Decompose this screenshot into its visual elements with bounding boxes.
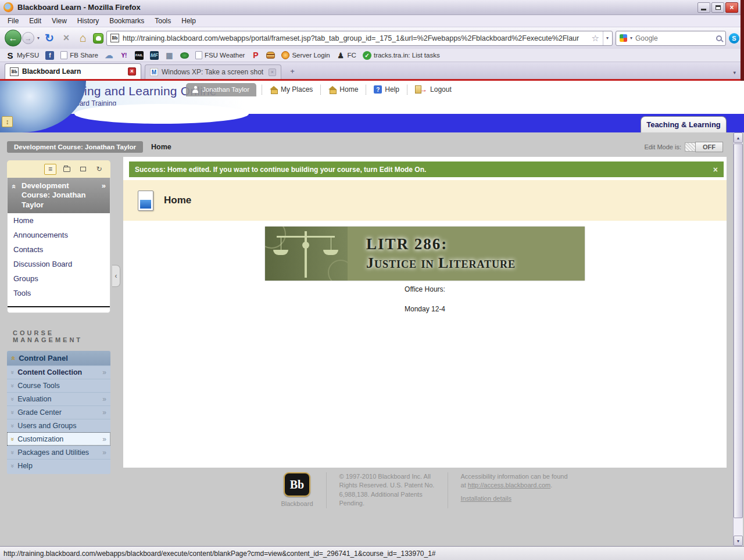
footer-accessibility: Accessibility information can be found a… — [448, 472, 582, 503]
logout-link[interactable]: → Logout — [413, 85, 454, 94]
help-link[interactable]: ? Help — [371, 85, 402, 94]
url-dropdown-icon[interactable]: ▾ — [603, 31, 609, 45]
bookmark-image[interactable]: ▦ — [165, 51, 174, 60]
expand-right-icon[interactable]: » — [102, 435, 106, 443]
home-button[interactable]: ⌂ — [76, 31, 90, 45]
scrollbar-thumb[interactable] — [734, 143, 743, 518]
refresh-icon[interactable]: ↻ — [93, 164, 105, 175]
popup-view-icon[interactable] — [77, 164, 89, 175]
collapse-header-button[interactable]: ↕ — [2, 116, 13, 127]
search-input[interactable] — [635, 34, 713, 42]
accessibility-link[interactable]: http://access.blackboard.com — [468, 482, 550, 489]
back-button[interactable]: ← — [5, 30, 22, 46]
dismiss-alert-icon[interactable]: × — [713, 165, 718, 174]
tab-list-dropdown-icon[interactable]: ▾ — [733, 70, 736, 76]
refresh-button[interactable]: ↻ — [42, 31, 56, 45]
bookmark-server-login[interactable]: Server Login — [281, 51, 330, 59]
menu-history[interactable]: History — [72, 16, 104, 26]
bookmark-mf[interactable]: MF — [150, 51, 159, 60]
expand-right-icon[interactable]: » — [102, 368, 106, 376]
stop-button[interactable]: × — [59, 32, 73, 44]
course-sidebar: ≡ ↻ « Development Course: Jonathan Taylo… — [7, 160, 110, 474]
search-engine-dropdown-icon[interactable]: ▾ — [630, 35, 632, 41]
menu-view[interactable]: View — [46, 16, 72, 26]
blackboard-logo: Bb — [284, 472, 310, 497]
cp-item-course-tools[interactable]: » Course Tools — [7, 379, 110, 392]
p-logo-icon: P — [251, 51, 260, 60]
cp-item-users-and-groups[interactable]: » Users and Groups — [7, 419, 110, 432]
bookmark-burger[interactable] — [266, 52, 275, 59]
close-button[interactable]: × — [725, 2, 738, 13]
user-tab[interactable]: Jonathan Taylor — [186, 83, 256, 96]
forward-button[interactable]: → — [22, 32, 34, 44]
cp-item-packages-and-utilities[interactable]: » Packages and Utilities » — [7, 446, 110, 459]
sidebar-item-groups[interactable]: Groups — [8, 271, 110, 286]
sidebar-item-discussion-board[interactable]: Discussion Board — [8, 257, 110, 271]
vertical-scrollbar[interactable]: ▲ ▼ — [733, 132, 743, 546]
installation-details-link[interactable]: Installation details — [461, 494, 512, 503]
minimize-button[interactable] — [698, 2, 710, 13]
tab-close-icon[interactable]: × — [128, 67, 136, 76]
bookmark-yahoo[interactable]: Y! — [120, 51, 128, 60]
sidebar-item-contacts[interactable]: Contacts — [8, 242, 110, 257]
menu-edit[interactable]: Edit — [24, 16, 46, 26]
expand-right-icon[interactable]: » — [102, 448, 106, 457]
cp-item-customization[interactable]: » Customization » — [7, 432, 110, 446]
bookmark-tracks[interactable]: ✓tracks.tra.in: List tasks — [363, 51, 440, 60]
tab-blackboard-learn[interactable]: Bb Blackboard Learn × — [5, 63, 141, 79]
football-icon — [180, 52, 189, 59]
tab-teaching-learning[interactable]: Teaching & Learning — [641, 116, 727, 132]
bookmark-fb-share[interactable]: FB Share — [60, 51, 98, 59]
footer-logo-block: Bb Blackboard — [268, 472, 326, 507]
folder-view-icon[interactable] — [60, 164, 73, 175]
menu-tools[interactable]: Tools — [149, 16, 176, 26]
person-figure-icon: ♟ — [337, 51, 345, 60]
bookmark-fc[interactable]: ♟FC — [337, 51, 356, 60]
bookmark-fsu-weather[interactable]: FSU Weather — [195, 51, 245, 59]
bookmark-football[interactable] — [180, 52, 189, 59]
menu-help[interactable]: Help — [176, 16, 201, 26]
list-view-icon[interactable]: ≡ — [44, 164, 56, 175]
cp-item-evaluation[interactable]: » Evaluation » — [7, 392, 110, 405]
menu-bookmarks[interactable]: Bookmarks — [104, 16, 149, 26]
search-box[interactable]: ▾ — [616, 31, 726, 46]
breadcrumb-course[interactable]: Development Course: Jonathan Taylor — [7, 141, 143, 153]
url-bar[interactable]: Bb ☆ ▾ — [106, 31, 613, 46]
tab-windows-xp-screenshot[interactable]: M Windows XP: Take a screen shot × — [145, 64, 281, 79]
expand-right-icon[interactable]: » — [102, 408, 106, 417]
url-input[interactable] — [123, 34, 588, 42]
restore-button[interactable] — [711, 2, 724, 13]
scroll-up-icon[interactable]: ▲ — [734, 132, 743, 143]
bookmark-star-icon[interactable]: ☆ — [592, 33, 599, 44]
control-panel-header[interactable]: « Control Panel — [7, 351, 110, 365]
edit-mode-toggle[interactable]: OFF — [695, 142, 723, 152]
page-area: Development Course: Jonathan Taylor Home… — [0, 132, 744, 546]
sidebar-item-home[interactable]: Home — [8, 213, 110, 228]
bookmark-p[interactable]: P — [251, 51, 260, 60]
collapse-up-icon[interactable]: « — [9, 185, 18, 189]
bookmark-myfsu[interactable]: SMyFSU — [6, 51, 39, 60]
cp-item-content-collection[interactable]: » Content Collection » — [7, 365, 110, 379]
sidebar-item-tools[interactable]: Tools — [8, 286, 110, 300]
sidebar-item-announcements[interactable]: Announcements — [8, 228, 110, 242]
evernote-icon[interactable] — [93, 33, 103, 44]
home-link[interactable]: Home — [326, 85, 360, 94]
bookmark-facebook[interactable]: f — [45, 51, 54, 60]
menu-file[interactable]: File — [2, 16, 24, 26]
cp-item-grade-center[interactable]: » Grade Center » — [7, 405, 110, 419]
tab-close-icon[interactable]: × — [269, 69, 276, 76]
new-tab-button[interactable]: + — [286, 67, 299, 77]
cp-item-help[interactable]: » Help — [7, 459, 110, 472]
bookmark-fail[interactable]: FAIL — [135, 51, 144, 60]
bookmark-cloud[interactable]: ☁ — [105, 51, 113, 60]
expand-right-icon[interactable]: » — [102, 395, 106, 403]
skype-icon[interactable]: S — [729, 33, 739, 44]
search-icon[interactable] — [716, 35, 722, 41]
expand-right-icon[interactable]: » — [102, 181, 106, 191]
menu-divider — [8, 306, 110, 307]
history-dropdown-icon[interactable]: ▾ — [37, 35, 40, 41]
scroll-down-icon[interactable]: ▼ — [734, 536, 743, 546]
facebook-icon: f — [45, 51, 54, 60]
my-places-link[interactable]: My Places — [267, 85, 315, 94]
sidebar-collapse-handle[interactable]: ‹ — [112, 265, 120, 287]
